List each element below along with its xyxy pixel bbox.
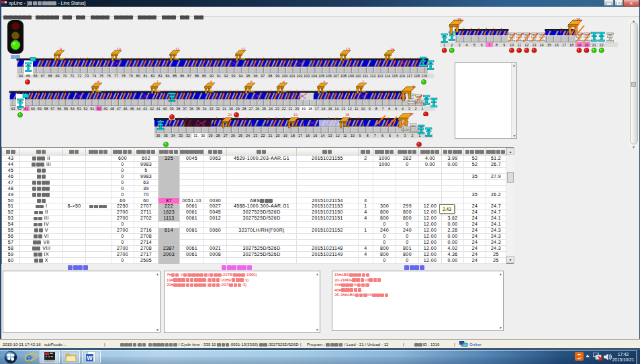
svg-text:24: 24 <box>246 134 250 138</box>
svg-text:98: 98 <box>268 74 272 78</box>
svg-text:23: 23 <box>253 134 257 138</box>
svg-text:12: 12 <box>524 43 529 47</box>
svg-text:72: 72 <box>77 74 81 78</box>
svg-text:5: 5 <box>395 107 397 111</box>
svg-text:16: 16 <box>555 43 559 47</box>
svg-text:8: 8 <box>97 80 99 84</box>
svg-text:16: 16 <box>576 17 580 21</box>
svg-text:7: 7 <box>374 134 376 138</box>
svg-text:12: 12 <box>336 134 340 138</box>
svg-text:18: 18 <box>308 107 312 111</box>
svg-text:111: 111 <box>363 74 368 78</box>
svg-text:96: 96 <box>253 74 257 78</box>
svg-text:32: 32 <box>186 134 190 138</box>
svg-text:7: 7 <box>488 43 490 47</box>
svg-text:32: 32 <box>216 107 220 111</box>
svg-text:13: 13 <box>341 107 345 111</box>
svg-text:61: 61 <box>24 107 28 111</box>
svg-text:17: 17 <box>562 43 566 47</box>
svg-text:6: 6 <box>210 80 212 84</box>
svg-text:14: 14 <box>390 47 394 51</box>
svg-text:93: 93 <box>232 74 236 78</box>
svg-text:109: 109 <box>348 74 354 78</box>
svg-text:35: 35 <box>196 107 200 111</box>
svg-text:29: 29 <box>236 107 240 111</box>
svg-text:9: 9 <box>503 43 505 47</box>
svg-text:49: 49 <box>103 107 107 111</box>
svg-text:90: 90 <box>210 74 214 78</box>
svg-text:22: 22 <box>282 107 286 111</box>
svg-text:50: 50 <box>97 107 101 111</box>
svg-text:31: 31 <box>193 134 197 138</box>
svg-text:9: 9 <box>369 107 371 111</box>
svg-text:33: 33 <box>209 107 213 111</box>
svg-text:78: 78 <box>122 74 126 78</box>
svg-text:4: 4 <box>402 107 404 111</box>
svg-text:13: 13 <box>328 134 332 138</box>
svg-text:8: 8 <box>375 107 377 111</box>
svg-text:11: 11 <box>355 107 359 111</box>
svg-text:3: 3 <box>408 107 410 111</box>
svg-text:7: 7 <box>156 80 158 84</box>
svg-text:91: 91 <box>217 74 221 78</box>
svg-text:1: 1 <box>419 134 421 138</box>
svg-text:40: 40 <box>163 107 167 111</box>
svg-text:102: 102 <box>296 74 302 78</box>
svg-text:46: 46 <box>124 107 128 111</box>
svg-text:39: 39 <box>169 107 173 111</box>
svg-text:14: 14 <box>320 134 324 138</box>
svg-text:66: 66 <box>34 74 38 78</box>
svg-text:36: 36 <box>189 107 193 111</box>
svg-text:21: 21 <box>269 134 273 138</box>
svg-text:18: 18 <box>569 43 574 47</box>
svg-text:105: 105 <box>318 74 324 78</box>
svg-text:12: 12 <box>241 47 245 51</box>
svg-text:18: 18 <box>345 113 349 117</box>
svg-text:38: 38 <box>176 107 180 111</box>
svg-text:26: 26 <box>255 107 259 111</box>
svg-text:1: 1 <box>443 43 445 47</box>
svg-text:30: 30 <box>229 107 233 111</box>
svg-text:74: 74 <box>92 74 96 78</box>
svg-text:22: 22 <box>600 43 604 47</box>
svg-text:28: 28 <box>242 107 246 111</box>
svg-text:24: 24 <box>269 107 273 111</box>
svg-text:114: 114 <box>385 74 391 78</box>
svg-text:13: 13 <box>346 47 350 51</box>
svg-text:27: 27 <box>224 134 228 138</box>
svg-text:70: 70 <box>63 74 67 78</box>
svg-text:11: 11 <box>175 47 179 51</box>
svg-text:10: 10 <box>510 43 514 47</box>
svg-text:56: 56 <box>57 107 61 111</box>
svg-text:15: 15 <box>457 17 461 21</box>
svg-text:106: 106 <box>326 74 332 78</box>
svg-text:76: 76 <box>107 74 111 78</box>
svg-text:8: 8 <box>496 43 498 47</box>
svg-text:79: 79 <box>129 74 133 78</box>
svg-text:48: 48 <box>110 107 114 111</box>
svg-text:95: 95 <box>246 74 250 78</box>
svg-text:23: 23 <box>275 107 279 111</box>
svg-text:27: 27 <box>248 107 253 111</box>
svg-text:80: 80 <box>136 74 140 78</box>
svg-text:6: 6 <box>381 134 383 138</box>
svg-text:85: 85 <box>173 74 177 78</box>
svg-text:1: 1 <box>422 107 424 111</box>
svg-text:108: 108 <box>340 74 347 78</box>
svg-text:115: 115 <box>392 74 398 78</box>
svg-text:51: 51 <box>91 107 95 111</box>
svg-text:94: 94 <box>239 74 243 78</box>
svg-text:17: 17 <box>315 107 319 111</box>
svg-text:20: 20 <box>228 113 232 117</box>
svg-text:58: 58 <box>44 107 48 111</box>
svg-text:7: 7 <box>382 107 384 111</box>
svg-text:W: W <box>87 355 93 361</box>
svg-text:43: 43 <box>143 107 147 111</box>
svg-text:8: 8 <box>367 134 369 138</box>
svg-text:20: 20 <box>295 107 299 111</box>
svg-text:34: 34 <box>171 134 175 138</box>
svg-text:4: 4 <box>396 134 398 138</box>
svg-text:2: 2 <box>362 80 364 84</box>
svg-text:67: 67 <box>41 74 45 78</box>
svg-text:2: 2 <box>415 107 417 111</box>
